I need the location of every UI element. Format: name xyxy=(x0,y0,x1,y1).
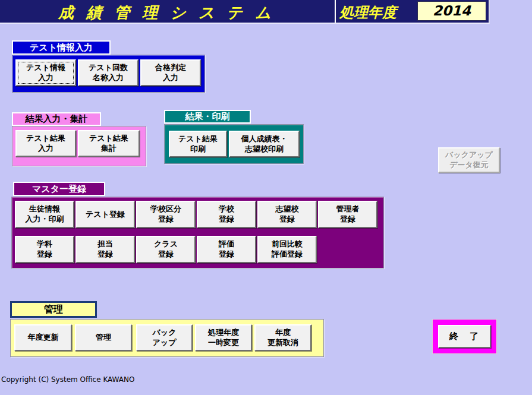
school-register-button[interactable]: 学校 登録 xyxy=(197,201,256,228)
school-category-register-button[interactable]: 学校区分 登録 xyxy=(136,201,196,228)
choice-school-register-button[interactable]: 志望校 登録 xyxy=(257,201,317,228)
test-result-total-button[interactable]: テスト結果 集計 xyxy=(78,130,140,157)
test-result-input-button[interactable]: テスト結果 入力 xyxy=(15,130,76,157)
panel-test-info: テスト情報 入力 テスト回数 名称入力 合格判定 入力 xyxy=(12,55,205,93)
backup-restore-button: バックアップ データ復元 xyxy=(438,147,500,173)
section-label-result-print: 結果・印刷 xyxy=(164,110,251,124)
staff-register-button[interactable]: 担当 登録 xyxy=(75,236,135,263)
section-label-master: マスター登録 xyxy=(13,182,105,196)
class-register-button[interactable]: クラス 登録 xyxy=(136,236,196,263)
exit-button[interactable]: 終 了 xyxy=(438,325,491,348)
evaluation-register-button[interactable]: 評価 登録 xyxy=(197,236,256,263)
section-label-result-input: 結果入力・集計 xyxy=(12,112,101,126)
student-info-print-button[interactable]: 生徒情報 入力・印刷 xyxy=(15,201,74,228)
process-year-label: 処理年度 xyxy=(339,3,396,22)
pass-judgment-button[interactable]: 合格判定 入力 xyxy=(140,59,201,86)
main-window: 成 績 管 理 シ ス テ ム 処理年度 2014 テスト情報入力 テスト情報 … xyxy=(0,0,532,395)
prev-comparison-evaluation-button[interactable]: 前回比較 評価登録 xyxy=(257,236,317,263)
process-year-temp-change-button[interactable]: 処理年度 一時変更 xyxy=(195,324,252,351)
test-register-button[interactable]: テスト登録 xyxy=(75,201,135,228)
title-bar: 成 績 管 理 シ ス テ ム 処理年度 2014 xyxy=(0,0,490,24)
process-year-value: 2014 xyxy=(417,1,486,21)
app-title: 成 績 管 理 シ ス テ ム xyxy=(0,2,333,23)
manage-button[interactable]: 管理 xyxy=(75,324,132,351)
backup-button[interactable]: バック アップ xyxy=(136,324,193,351)
copyright-text: Copyright (C) System Office KAWANO xyxy=(1,375,134,384)
administrator-register-button[interactable]: 管理者 登録 xyxy=(318,201,377,228)
year-update-cancel-button[interactable]: 年度 更新取消 xyxy=(254,324,311,351)
section-label-admin: 管理 xyxy=(10,301,97,318)
year-update-button[interactable]: 年度更新 xyxy=(14,324,72,351)
section-label-test-info: テスト情報入力 xyxy=(12,40,111,55)
personal-report-print-button[interactable]: 個人成績表・ 志望校印刷 xyxy=(229,131,300,157)
panel-master: 生徒情報 入力・印刷 テスト登録 学校区分 登録 学校 登録 志望校 登録 管理… xyxy=(11,197,384,268)
test-round-name-button[interactable]: テスト回数 名称入力 xyxy=(78,59,138,86)
subject-register-button[interactable]: 学科 登録 xyxy=(15,236,74,263)
header-divider xyxy=(335,0,336,23)
panel-result-print: テスト結果 印刷 個人成績表・ 志望校印刷 xyxy=(164,124,304,164)
test-result-print-button[interactable]: テスト結果 印刷 xyxy=(169,131,227,157)
test-info-input-button[interactable]: テスト情報 入力 xyxy=(15,59,76,86)
exit-frame: 終 了 xyxy=(432,319,497,354)
panel-result-input: テスト結果 入力 テスト結果 集計 xyxy=(12,126,146,166)
panel-admin: 年度更新 管理 バック アップ 処理年度 一時変更 年度 更新取消 xyxy=(10,319,324,357)
